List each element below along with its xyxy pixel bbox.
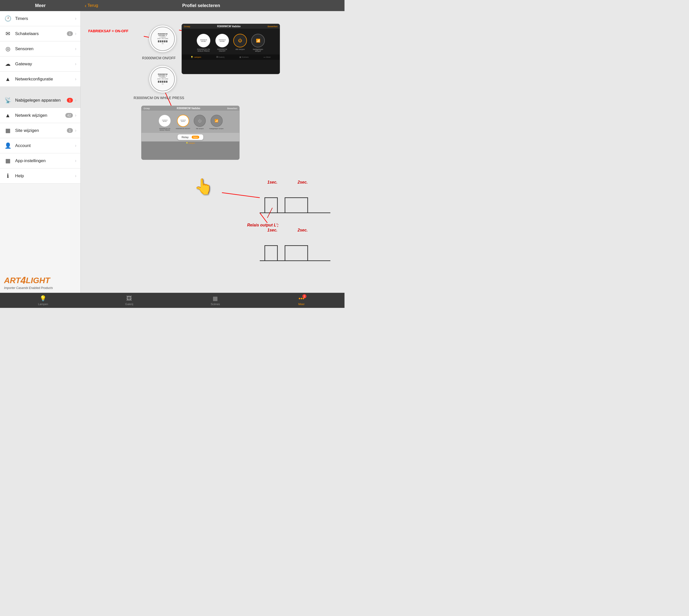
meer-badge-dot: 1 — [302, 294, 306, 298]
diagonal-slash — [265, 208, 275, 218]
lampen-icon: 💡 — [40, 295, 46, 302]
mock-circle-2: R3000WCMVADSBO — [215, 34, 229, 47]
relay-new-badge: New — [192, 136, 199, 139]
sidebar-label-nabijgelegen: Nabijgelegen apparaten — [15, 98, 67, 103]
mock-edit: Bewerken — [267, 25, 278, 28]
account-icon: 👤 — [4, 142, 12, 150]
sidebar-item-timers[interactable]: 🕐 Timers › — [0, 11, 81, 26]
mock-label-1: R3000WCM ON WHILE PRESS — [196, 48, 211, 52]
chevron-icon: › — [75, 97, 77, 103]
meer-badge-container: ••• 1 — [299, 295, 304, 302]
sidebar-item-sensoren[interactable]: ◎ Sensoren › — [0, 41, 81, 57]
mock-label-b3: Alle lampen — [196, 128, 204, 129]
mock-tab-galerij: 🖼 Galerij — [216, 56, 224, 58]
netwerk-badge: 42 — [65, 113, 73, 118]
mock-device-4: 📶 Nabijgelegen lampen — [251, 34, 265, 52]
mock-device-2: R3000WCMVADSBO R3000WCM ON/OFF — [215, 34, 230, 52]
logo-subtitle: Importer Casambi Enabled Products — [4, 286, 77, 290]
sidebar-label-netwerk-wijzigen: Netwerk wijzigen — [15, 113, 65, 118]
mock-circle-b1: R3000WCMVADSBO — [159, 115, 171, 127]
chevron-icon: › — [75, 128, 77, 133]
sidebar-label-site-wijzigen: Site wijzigen — [15, 128, 67, 133]
sidebar-item-netwerkconfiguratie[interactable]: ▲ Netwerkconfiguratie › — [0, 72, 81, 87]
mock-dev-b3: ⏻ Alle lampen — [194, 115, 206, 131]
sidebar-item-schakelaars[interactable]: ✉ Schakelaars 1 › — [0, 26, 81, 41]
mock-label-b4: Nabijgelegen lampen — [209, 128, 223, 129]
schakelaars-badge: 1 — [67, 31, 73, 36]
annotation-fabrieksaf: FABRIEKSAF = ON-OFF — [88, 29, 128, 33]
pulse-label-3sec: 1sec. — [267, 228, 277, 233]
pulse-label-4sec: 2sec. — [298, 228, 308, 233]
netwerk-wijzigen-icon: ▲ — [4, 112, 12, 119]
nabijgelegen-badge: 1 — [67, 98, 73, 103]
switch-icon: ✉ — [4, 30, 12, 38]
device-inner-whilepress: R3000WCM VADSBO ● C-600VA 230V~/50-130W … — [151, 67, 174, 91]
tab-galerij[interactable]: 🖼 Galerij — [86, 295, 172, 306]
mock-title-bottom: R3000WCM Vadsbo — [150, 107, 227, 110]
device-inner-onoff: R3000WCM VADSBO ● C-600VA 230V~/50-130W … — [151, 27, 174, 51]
mock-tab-scenes: ▦ Scènes — [239, 56, 249, 58]
chevron-icon: › — [75, 76, 77, 82]
galerij-icon: 🖼 — [126, 295, 132, 302]
device-circle-whilepress: R3000WCM VADSBO ● C-600VA 230V~/50-130W … — [149, 65, 176, 93]
sidebar-item-netwerk-wijzigen[interactable]: ▲ Netwerk wijzigen 42 › — [0, 108, 81, 123]
sidebar-item-account[interactable]: 👤 Account › — [0, 138, 81, 153]
pulse-svg-bottom — [257, 238, 333, 268]
mock-circle-4: 📶 — [251, 34, 265, 47]
mock-footer-bottom: Relay New — [142, 133, 239, 141]
sidebar-label-timers: Timers — [15, 16, 75, 21]
mock-header-top: Groep R3000WCM Vadsbo Bewerken — [182, 24, 280, 29]
tab-meer[interactable]: ••• 1 Meer — [258, 295, 345, 306]
tab-lampen[interactable]: 💡 Lampen — [0, 295, 86, 306]
relais-output-label: Relais output L'; — [247, 223, 279, 227]
sidebar-label-help: Help — [15, 174, 75, 178]
diagram-area: FABRIEKSAF = ON-OFF R3000WCM VADSBO ● C-… — [86, 16, 340, 288]
mockup-bottom: Groep R3000WCM Vadsbo Bewerken R3000WCMV… — [141, 106, 240, 160]
mock-device-1: R3000WCMVADSBO R3000WCM ON WHILE PRESS — [196, 34, 211, 52]
sidebar-item-app-instellingen[interactable]: ▦ App-instellingen › — [0, 153, 81, 169]
tab-scenes-label: Scènes — [211, 303, 220, 306]
chevron-icon: › — [75, 173, 77, 178]
mock-bottom-tab-lampen: 💡 Lampen — [186, 142, 195, 144]
chevron-icon: › — [75, 158, 77, 163]
sidebar-item-nabijgelegen[interactable]: 📡 Nabijgelegen apparaten 1 › — [0, 93, 81, 108]
sidebar-label-schakelaars: Schakelaars — [15, 31, 67, 36]
app-settings-icon: ▦ — [4, 157, 12, 164]
pulse-label-1sec: 1sec. — [267, 180, 277, 184]
relay-popup: Relay New — [177, 134, 203, 140]
device-circle-onoff: R3000WCM VADSBO ● C-600VA 230V~/50-130W … — [149, 25, 176, 53]
mock-group: Groep — [184, 25, 190, 28]
mock-tab-meer: ••• Meer — [263, 56, 271, 58]
tab-meer-label: Meer — [298, 303, 305, 306]
mockup-top: Groep R3000WCM Vadsbo Bewerken R3000WCMV… — [181, 24, 280, 74]
mock-circle-b4: 📶 — [211, 115, 223, 127]
tab-scenes[interactable]: ▦ Scènes — [172, 295, 258, 306]
pulse-label-2sec: 2sec. — [298, 180, 308, 184]
mock-circle-b3: ⏻ — [194, 115, 206, 127]
sidebar-item-help[interactable]: ℹ Help › — [0, 169, 81, 183]
sidebar-logo: ART 4 LIGHT Importer Casambi Enabled Pro… — [0, 271, 81, 293]
clock-icon: 🕐 — [4, 15, 12, 22]
mock-tab-lampen: 💡 Lampen — [191, 56, 201, 58]
top-header: Meer ‹ Terug Profiel selecteren — [0, 0, 344, 11]
sidebar-item-gateway[interactable]: ☁ Gateway › — [0, 57, 81, 72]
page-title: Profiel selecteren — [98, 3, 344, 8]
svg-line-3 — [222, 193, 260, 198]
scenes-icon: ▦ — [213, 295, 218, 302]
sensor-icon: ◎ — [4, 45, 12, 53]
back-button[interactable]: ‹ Terug — [81, 3, 98, 8]
logo-light: LIGHT — [26, 276, 50, 285]
back-label: Terug — [87, 3, 99, 8]
help-icon: ℹ — [4, 172, 12, 180]
site-wijzigen-icon: ▦ — [4, 127, 12, 134]
sidebar-label-app-instellingen: App-instellingen — [15, 158, 75, 163]
chevron-icon: › — [75, 16, 77, 21]
sidebar-label-netwerkconfiguratie: Netwerkconfiguratie — [15, 76, 75, 82]
sidebar-item-site-wijzigen[interactable]: ▦ Site wijzigen 1 › — [0, 123, 81, 138]
sidebar-label-sensoren: Sensoren — [15, 46, 75, 51]
gateway-icon: ☁ — [4, 60, 12, 68]
mock-circle-b2: R3000WCMVADSBO — [177, 115, 189, 127]
logo-art: ART — [4, 276, 20, 285]
tab-bar: 💡 Lampen 🖼 Galerij ▦ Scènes ••• 1 Meer — [0, 293, 344, 308]
sidebar-list: 🕐 Timers › ✉ Schakelaars 1 › ◎ Sensoren … — [0, 11, 81, 271]
